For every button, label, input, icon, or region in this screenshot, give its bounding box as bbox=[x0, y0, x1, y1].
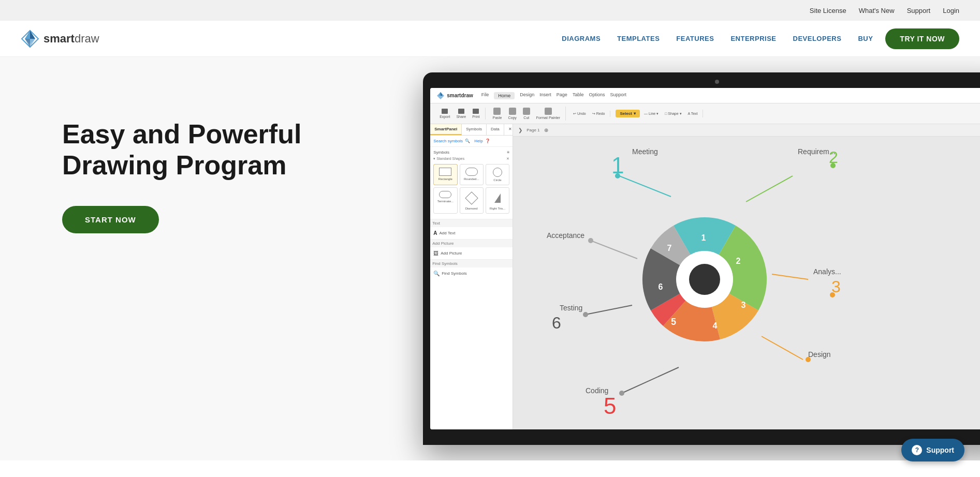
nav-buy[interactable]: BUY bbox=[858, 35, 873, 42]
svg-text:Analys...: Analys... bbox=[813, 267, 841, 276]
svg-point-36 bbox=[689, 264, 720, 295]
main-nav: smartdraw DIAGRAMS TEMPLATES FEATURES EN… bbox=[0, 21, 980, 57]
svg-text:6: 6 bbox=[552, 314, 561, 332]
support-label: Support bbox=[926, 446, 954, 454]
laptop-camera bbox=[715, 80, 719, 84]
svg-line-30 bbox=[586, 305, 632, 315]
svg-text:6: 6 bbox=[659, 282, 663, 291]
svg-line-19 bbox=[772, 274, 808, 279]
nav-templates[interactable]: TEMPLATES bbox=[617, 35, 660, 42]
toolbar-group-undo: ↩ Undo ↪ Redo bbox=[568, 111, 610, 117]
nav-enterprise[interactable]: ENTERPRISE bbox=[730, 35, 776, 42]
svg-text:3: 3 bbox=[741, 301, 746, 309]
hero-section: Easy and Powerful Drawing Program START … bbox=[0, 57, 980, 460]
login-link[interactable]: Login bbox=[943, 7, 959, 14]
puzzle-svg: Meeting 1 Requirem... 2 bbox=[518, 135, 881, 429]
svg-line-33 bbox=[591, 241, 637, 259]
svg-point-16 bbox=[830, 163, 836, 168]
svg-point-27 bbox=[619, 391, 624, 396]
toolbar-group-select: Select ▾ — Line ▾ □ Shape ▾ A Text bbox=[612, 110, 703, 117]
toolbar-select-btn[interactable]: Select ▾ bbox=[616, 110, 640, 117]
smartdraw-logo-icon bbox=[21, 29, 39, 48]
svg-text:2: 2 bbox=[736, 257, 741, 265]
svg-text:Acceptance: Acceptance bbox=[547, 231, 584, 240]
svg-line-15 bbox=[746, 176, 793, 202]
svg-text:Meeting: Meeting bbox=[632, 147, 658, 156]
menu-support[interactable]: Support bbox=[610, 92, 626, 99]
support-button[interactable]: ? Support bbox=[901, 439, 964, 460]
logo-text: smartdraw bbox=[43, 32, 99, 46]
menu-options[interactable]: Options bbox=[589, 92, 605, 99]
start-now-button[interactable]: START NOW bbox=[62, 206, 159, 233]
svg-text:Design: Design bbox=[808, 350, 831, 359]
try-it-now-button[interactable]: TRY IT NOW bbox=[885, 28, 959, 49]
menu-insert[interactable]: Insert bbox=[539, 92, 551, 99]
svg-text:5: 5 bbox=[671, 317, 676, 327]
top-bar: Site License What's New Support Login bbox=[0, 0, 980, 21]
site-license-link[interactable]: Site License bbox=[810, 7, 846, 14]
hero-title: Easy and Powerful Drawing Program bbox=[62, 119, 301, 181]
whats-new-link[interactable]: What's New bbox=[859, 7, 895, 14]
svg-text:4: 4 bbox=[713, 321, 718, 330]
puzzle-diagram: Meeting 1 Requirem... 2 bbox=[518, 135, 980, 429]
nav-links: DIAGRAMS TEMPLATES FEATURES ENTERPRISE D… bbox=[562, 35, 873, 42]
svg-point-31 bbox=[583, 312, 588, 317]
svg-line-26 bbox=[622, 367, 679, 393]
nav-diagrams[interactable]: DIAGRAMS bbox=[562, 35, 601, 42]
svg-text:7: 7 bbox=[667, 244, 672, 252]
menu-table[interactable]: Table bbox=[573, 92, 584, 99]
hero-left: Easy and Powerful Drawing Program START … bbox=[0, 57, 539, 275]
svg-text:5: 5 bbox=[604, 393, 616, 419]
svg-point-23 bbox=[806, 357, 811, 362]
svg-text:Testing: Testing bbox=[560, 304, 582, 312]
logo-link[interactable]: smartdraw bbox=[21, 29, 99, 48]
toolbar-shape-btn[interactable]: □ Shape ▾ bbox=[663, 111, 683, 117]
nav-features[interactable]: FEATURES bbox=[676, 35, 714, 42]
svg-point-12 bbox=[615, 173, 620, 178]
nav-developers[interactable]: DEVELOPERS bbox=[793, 35, 842, 42]
svg-line-11 bbox=[619, 176, 671, 197]
svg-line-22 bbox=[762, 336, 803, 360]
app-canvas: ❯ Page 1 ⊕ Meeting 1 bbox=[513, 124, 980, 429]
toolbar-text-btn[interactable]: A Text bbox=[686, 111, 700, 116]
toolbar-undo-btn[interactable]: ↩ Undo bbox=[571, 111, 588, 117]
svg-point-20 bbox=[830, 292, 835, 297]
toolbar-redo-btn[interactable]: ↪ Redo bbox=[590, 111, 607, 117]
toolbar-line-btn[interactable]: — Line ▾ bbox=[642, 111, 661, 117]
support-link[interactable]: Support bbox=[907, 7, 931, 14]
svg-point-34 bbox=[588, 238, 593, 243]
menu-page[interactable]: Page bbox=[557, 92, 567, 99]
support-icon: ? bbox=[912, 445, 922, 455]
svg-text:1: 1 bbox=[701, 233, 706, 242]
